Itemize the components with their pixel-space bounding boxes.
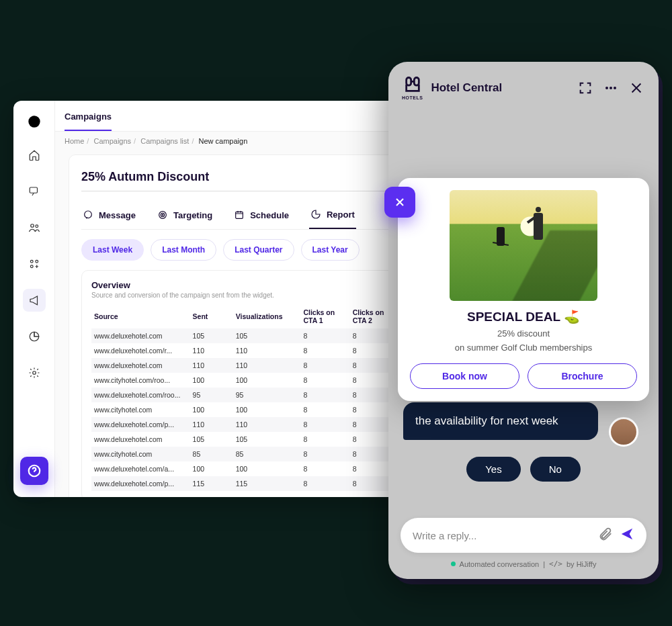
sidebar [13, 101, 55, 497]
nav-home-icon[interactable] [23, 144, 46, 167]
svg-point-8 [159, 212, 167, 219]
svg-rect-13 [406, 78, 411, 86]
crumb-list[interactable]: Campaigns list [140, 137, 189, 145]
promo-line2: on summer Golf Club memberships [410, 343, 637, 353]
book-now-button[interactable]: Book now [410, 363, 519, 389]
table-row: www.deluxehotel.com/roo...959588 [91, 388, 399, 402]
svg-point-10 [162, 214, 163, 215]
chip-last-week[interactable]: Last Week [81, 239, 144, 261]
chip-last-month[interactable]: Last Month [151, 239, 216, 261]
nav-apps-icon[interactable] [23, 253, 46, 275]
svg-rect-14 [414, 78, 419, 86]
status-dot-icon [451, 562, 456, 566]
reply-input[interactable] [413, 530, 591, 541]
svg-point-9 [161, 213, 164, 216]
nav-contacts-icon[interactable] [23, 216, 46, 239]
svg-point-2 [35, 225, 38, 228]
overview-subtitle: Source and conversion of the campaign se… [91, 292, 399, 299]
brochure-button[interactable]: Brochure [528, 363, 637, 389]
overview-table: Source Sent Visualizations Clicks on CTA… [91, 304, 399, 491]
chip-last-quarter[interactable]: Last Quarter [223, 239, 294, 261]
svg-rect-0 [30, 187, 37, 193]
svg-point-1 [30, 224, 34, 228]
svg-point-4 [35, 260, 38, 263]
attach-icon[interactable] [598, 527, 613, 544]
agent-avatar [609, 417, 638, 447]
expand-icon[interactable] [577, 79, 594, 97]
crumb-current: New campaign [199, 137, 248, 145]
promo-line1: 25% discount [410, 328, 637, 339]
help-button[interactable] [20, 457, 48, 485]
promo-image [450, 190, 597, 301]
table-row: www.deluxehotel.com/a...10010088 [91, 461, 399, 476]
svg-point-3 [30, 260, 33, 263]
close-promo-button[interactable] [384, 187, 415, 218]
svg-rect-11 [236, 212, 243, 218]
table-row: www.cityhotel.com/roo...10010088 [91, 373, 399, 388]
overview-title: Overview [91, 280, 399, 290]
nav-chat-icon[interactable] [23, 180, 46, 203]
tab-message[interactable]: Message [81, 204, 137, 229]
promo-card: SPECIAL DEAL ⛳ 25% discount on summer Go… [398, 178, 649, 401]
reply-yes-button[interactable]: Yes [466, 457, 520, 482]
tab-targeting[interactable]: Targeting [156, 204, 214, 229]
nav-analytics-icon[interactable] [23, 325, 46, 348]
footer-note: Automated conversation | </> by HiJiffy [401, 560, 646, 568]
close-chat-icon[interactable] [628, 79, 645, 97]
chat-footer: Automated conversation | </> by HiJiffy [388, 518, 659, 579]
nav-campaigns-icon[interactable] [23, 289, 46, 312]
agent-message: the availability for next week [403, 402, 598, 440]
topnav-campaigns[interactable]: Campaigns [65, 111, 112, 131]
chat-brand-name: Hotel Central [431, 81, 502, 95]
table-row: www.deluxehotel.com11011088 [91, 358, 399, 373]
overview-card: Overview Source and conversion of the ca… [81, 270, 409, 497]
send-icon[interactable] [620, 527, 634, 544]
table-row: www.deluxehotel.com10510588 [91, 432, 399, 447]
svg-point-6 [32, 371, 36, 375]
table-row: www.deluxehotel.com/p...11511588 [91, 476, 399, 491]
svg-point-5 [30, 265, 33, 268]
hotel-logo: HOTELS [402, 75, 423, 100]
table-row: www.cityhotel.com10010088 [91, 402, 399, 417]
promo-title: SPECIAL DEAL ⛳ [410, 309, 637, 324]
crumb-home[interactable]: Home [65, 137, 84, 145]
tab-schedule[interactable]: Schedule [233, 204, 290, 229]
app-logo [26, 113, 43, 130]
svg-point-7 [85, 211, 92, 218]
crumb-campaigns[interactable]: Campaigns [93, 137, 131, 145]
chat-widget: HOTELS Hotel Central the availability fo… [388, 62, 659, 579]
table-row: www.deluxehotel.com/r...11011088 [91, 343, 399, 358]
reply-box [401, 518, 646, 553]
table-row: www.deluxehotel.com/p...11011088 [91, 417, 399, 432]
table-row: www.cityhotel.com858588 [91, 447, 399, 461]
tab-report[interactable]: Report [309, 204, 356, 229]
nav-settings-icon[interactable] [23, 361, 46, 384]
chat-body: the availability for next week Yes No SP… [388, 111, 659, 514]
chip-last-year[interactable]: Last Year [301, 239, 360, 261]
table-row: www.deluxehotel.com10510588 [91, 328, 399, 343]
reply-no-button[interactable]: No [530, 457, 581, 482]
chat-header: HOTELS Hotel Central [388, 62, 659, 111]
more-icon[interactable] [602, 79, 620, 97]
